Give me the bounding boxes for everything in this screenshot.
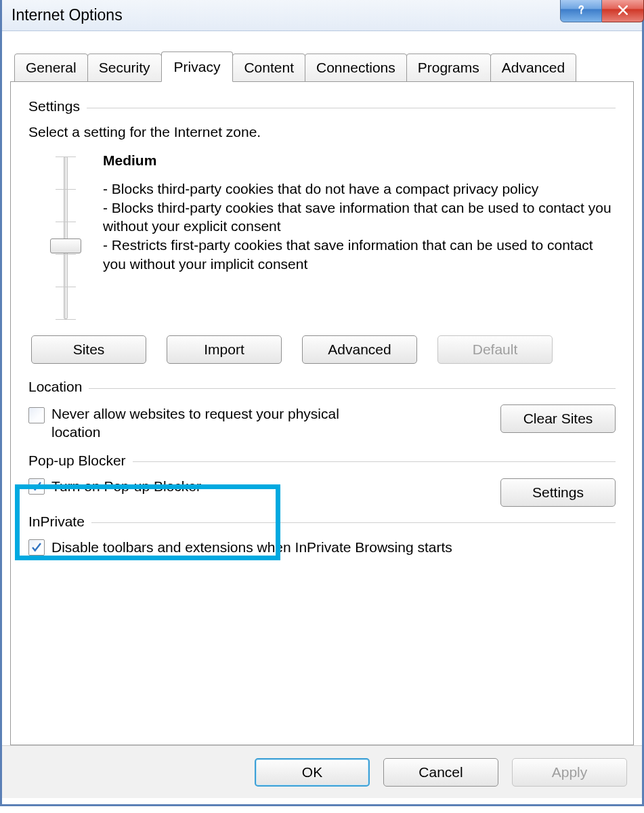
group-inprivate-label: InPrivate (28, 514, 85, 530)
tab-advanced[interactable]: Advanced (490, 54, 576, 82)
tab-content[interactable]: Content (232, 54, 305, 82)
tab-strip: General Security Privacy Content Connect… (10, 51, 634, 82)
group-popup-label: Pop-up Blocker (28, 453, 126, 469)
group-settings-label: Settings (28, 98, 80, 114)
advanced-button[interactable]: Advanced (302, 335, 417, 364)
default-button: Default (437, 335, 553, 364)
inprivate-disable-toolbars-checkbox[interactable] (28, 539, 45, 556)
sites-button[interactable]: Sites (31, 335, 146, 364)
privacy-level-slider[interactable] (49, 157, 83, 319)
popup-blocker-label: Turn on Pop-up Blocker (51, 478, 201, 495)
popup-settings-button[interactable]: Settings (500, 478, 616, 507)
group-location-header: Location (28, 379, 616, 395)
group-inprivate-header: InPrivate (28, 514, 616, 530)
dialog-window: Internet Options General Security Privac… (0, 0, 644, 806)
slider-thumb[interactable] (50, 238, 81, 253)
inprivate-disable-toolbars-label: Disable toolbars and extensions when InP… (51, 539, 452, 556)
titlebar-close-button[interactable] (602, 0, 644, 22)
tab-connections[interactable]: Connections (305, 54, 407, 82)
tab-security[interactable]: Security (87, 54, 162, 82)
group-location-label: Location (28, 379, 82, 395)
import-button[interactable]: Import (167, 335, 282, 364)
tab-privacy[interactable]: Privacy (161, 51, 234, 82)
divider (133, 461, 616, 462)
tab-panel-privacy: Settings Select a setting for the Intern… (10, 81, 634, 745)
dialog-footer: OK Cancel Apply (2, 745, 642, 798)
location-never-allow-checkbox[interactable] (28, 407, 45, 423)
clear-sites-button[interactable]: Clear Sites (500, 404, 616, 433)
divider (87, 108, 616, 108)
group-settings-header: Settings (28, 98, 616, 114)
apply-button: Apply (512, 758, 627, 787)
window-title: Internet Options (12, 6, 123, 24)
tab-programs[interactable]: Programs (406, 54, 491, 82)
privacy-level-description: - Blocks third-party cookies that do not… (103, 180, 616, 274)
tab-general[interactable]: General (14, 54, 88, 82)
location-never-allow-label: Never allow websites to request your phy… (51, 404, 363, 442)
divider (89, 388, 616, 389)
popup-blocker-checkbox[interactable] (28, 478, 45, 495)
divider (91, 522, 616, 523)
dialog-content: General Security Privacy Content Connect… (2, 31, 642, 745)
ok-button[interactable]: OK (255, 758, 370, 787)
privacy-level-name: Medium (103, 152, 616, 169)
titlebar-help-button[interactable] (560, 0, 602, 22)
title-bar: Internet Options (2, 0, 642, 31)
cancel-button[interactable]: Cancel (383, 758, 498, 787)
settings-intro-text: Select a setting for the Internet zone. (28, 124, 616, 140)
group-popup-header: Pop-up Blocker (28, 453, 616, 469)
